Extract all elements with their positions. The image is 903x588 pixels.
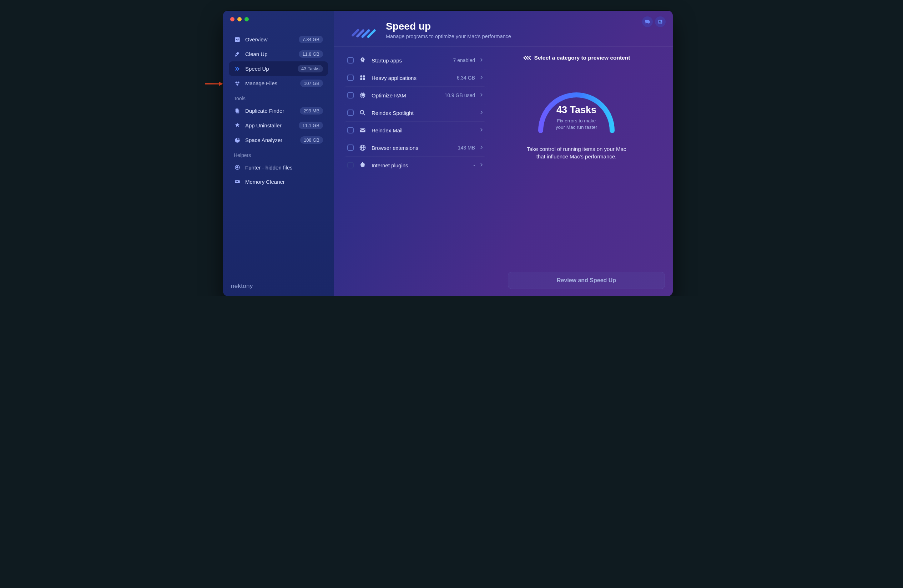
chat-icon <box>645 19 650 25</box>
category-startup-apps[interactable]: Startup apps 7 enabled <box>344 52 486 69</box>
category-reindex-spotlight[interactable]: Reindex Spotlight <box>344 104 486 121</box>
mail-icon <box>359 126 367 134</box>
category-value: - <box>473 162 475 168</box>
category-list: Startup apps 7 enabled Heavy application… <box>344 52 486 296</box>
preview-description: Take control of running items on your Ma… <box>527 145 626 160</box>
category-value: 7 enabled <box>453 57 475 63</box>
category-label: Optimize RAM <box>371 93 439 99</box>
gauge: 43 Tasks Fix errors to make your Mac run… <box>530 82 623 136</box>
category-checkbox[interactable] <box>347 92 354 99</box>
sidebar-item-label: App Uninstaller <box>245 123 294 129</box>
chat-button[interactable] <box>642 16 653 27</box>
sidebar-item-badge: 107 GB <box>300 80 323 87</box>
uninstall-icon <box>234 122 241 129</box>
category-label: Internet plugins <box>371 162 468 168</box>
sidebar-item-funter[interactable]: Funter - hidden files <box>229 160 328 175</box>
sidebar-item-label: Duplicate Finder <box>245 108 296 114</box>
svg-rect-3 <box>659 21 661 22</box>
svg-rect-25 <box>360 129 365 132</box>
category-value: 10.9 GB used <box>444 93 475 98</box>
svg-rect-4 <box>659 22 662 22</box>
sidebar-item-label: Space Analyzer <box>245 137 296 143</box>
category-label: Reindex Spotlight <box>371 110 470 116</box>
category-checkbox[interactable] <box>347 57 354 63</box>
maximize-window-button[interactable] <box>244 17 249 21</box>
sidebar-item-label: Memory Cleaner <box>245 179 323 185</box>
category-checkbox[interactable] <box>347 110 354 116</box>
app-window: Overview 7.34 GB Clean Up 11.8 GB Speed … <box>223 11 673 296</box>
category-checkbox[interactable] <box>347 162 354 168</box>
review-speedup-button[interactable]: Review and Speed Up <box>508 272 665 289</box>
files-icon <box>234 107 241 115</box>
sidebar-item-memory-cleaner[interactable]: Memory Cleaner <box>229 175 328 189</box>
category-checkbox[interactable] <box>347 75 354 81</box>
header-actions <box>642 16 665 27</box>
gauge-title: 43 Tasks <box>530 105 623 116</box>
target-icon <box>234 164 241 171</box>
category-internet-plugins[interactable]: Internet plugins - <box>344 156 486 174</box>
category-label: Heavy applications <box>371 75 452 81</box>
newspaper-icon <box>658 19 663 25</box>
category-optimize-ram[interactable]: Optimize RAM 10.9 GB used <box>344 86 486 104</box>
news-button[interactable] <box>655 16 665 27</box>
window-controls <box>230 17 249 21</box>
sidebar-item-badge: 11.8 GB <box>299 50 323 58</box>
svg-point-7 <box>235 81 237 83</box>
sidebar-item-app-uninstaller[interactable]: App Uninstaller 11.1 GB <box>229 118 328 133</box>
preview-hint: Select a category to preview content <box>523 55 630 61</box>
memory-icon <box>234 178 241 185</box>
sidebar-item-label: Speed Up <box>245 66 293 72</box>
category-label: Startup apps <box>371 57 448 63</box>
minimize-window-button[interactable] <box>238 17 242 21</box>
speed-icon <box>234 65 241 72</box>
close-window-button[interactable] <box>230 17 234 21</box>
page-header: Speed up Manage programs to optimize you… <box>334 11 673 46</box>
sidebar-item-label: Manage Files <box>245 80 296 86</box>
svg-rect-23 <box>362 94 364 96</box>
sidebar: Overview 7.34 GB Clean Up 11.8 GB Speed … <box>223 11 334 296</box>
preview-pane: Select a category to preview content <box>490 52 663 296</box>
grid-icon <box>359 74 367 82</box>
sidebar-item-duplicate-finder[interactable]: Duplicate Finder 299 MB <box>229 104 328 118</box>
page-subtitle: Manage programs to optimize your Mac's p… <box>386 33 511 39</box>
puzzle-icon <box>359 161 367 169</box>
chevron-right-icon <box>480 75 483 81</box>
sidebar-item-overview[interactable]: Overview 7.34 GB <box>229 32 328 47</box>
sidebar-section-helpers: Helpers <box>229 147 328 160</box>
sidebar-item-badge: 11.1 GB <box>299 122 323 129</box>
preview-desc-line2: that influence Mac's performance. <box>527 153 626 160</box>
sidebar-item-badge: 108 GB <box>300 136 323 144</box>
sidebar-section-tools: Tools <box>229 91 328 104</box>
chevron-right-icon <box>480 110 483 116</box>
sidebar-item-speedup[interactable]: Speed Up 43 Tasks <box>229 61 328 76</box>
svg-rect-18 <box>360 75 362 77</box>
sidebar-item-space-analyzer[interactable]: Space Analyzer 108 GB <box>229 133 328 147</box>
svg-rect-5 <box>659 23 662 23</box>
pointer-arrow <box>205 80 223 87</box>
svg-rect-20 <box>360 78 362 80</box>
sidebar-item-label: Overview <box>245 36 294 42</box>
svg-point-8 <box>238 81 239 83</box>
hex-icon <box>234 80 241 87</box>
chevron-right-icon <box>480 162 483 168</box>
chip-icon <box>359 91 367 99</box>
svg-rect-19 <box>363 75 365 77</box>
chevron-right-icon <box>480 145 483 151</box>
svg-rect-15 <box>236 181 237 182</box>
sidebar-item-label: Clean Up <box>245 51 294 57</box>
category-heavy-apps[interactable]: Heavy applications 6.34 GB <box>344 69 486 86</box>
sidebar-item-cleanup[interactable]: Clean Up 11.8 GB <box>229 47 328 61</box>
category-browser-extensions[interactable]: Browser extensions 143 MB <box>344 139 486 156</box>
main-pane: Speed up Manage programs to optimize you… <box>334 11 673 296</box>
category-checkbox[interactable] <box>347 145 354 151</box>
sidebar-item-managefiles[interactable]: Manage Files 107 GB <box>229 76 328 91</box>
category-label: Reindex Mail <box>371 127 470 134</box>
content-area: Startup apps 7 enabled Heavy application… <box>334 47 673 296</box>
sidebar-item-label: Funter - hidden files <box>245 165 323 171</box>
sidebar-item-badge: 7.34 GB <box>299 36 323 43</box>
page-title: Speed up <box>386 21 511 32</box>
category-checkbox[interactable] <box>347 127 354 134</box>
brand-logo: nektony <box>231 283 253 290</box>
chevron-right-icon <box>480 127 483 134</box>
category-reindex-mail[interactable]: Reindex Mail <box>344 121 486 139</box>
